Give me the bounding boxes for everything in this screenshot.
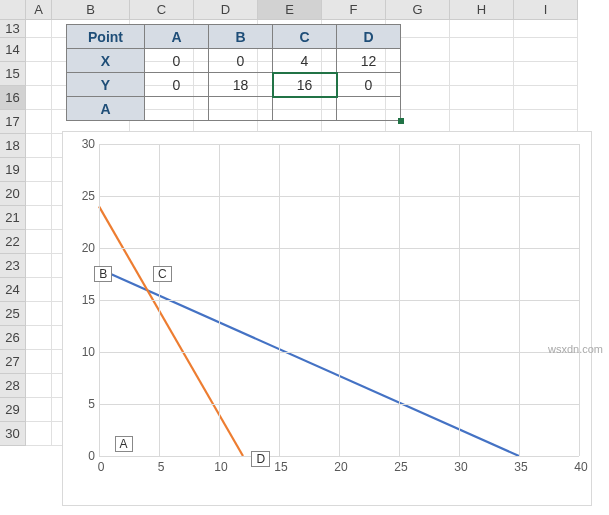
row-header-13[interactable]: 13 [0,20,26,38]
col-header-D[interactable]: D [194,0,258,20]
cell[interactable] [26,134,52,158]
cell[interactable] [26,326,52,350]
column-headers: A B C D E F G H I [0,0,578,20]
table-row-X: X 0 0 4 12 [67,49,401,73]
gridline-v [579,144,580,456]
cell-X-A[interactable]: 0 [145,49,209,73]
y-tick-label: 30 [69,137,95,151]
cell[interactable] [450,86,514,110]
cell[interactable] [450,62,514,86]
table-row-A: A [67,97,401,121]
cell[interactable] [26,110,52,134]
gridline-v [459,144,460,456]
col-header-A[interactable]: A [26,0,52,20]
cell-Y-A[interactable]: 0 [145,73,209,97]
cell[interactable] [26,206,52,230]
select-all-corner[interactable] [0,0,26,20]
chart-series-orange[interactable] [99,206,243,456]
cell-A-C[interactable] [273,97,337,121]
cell[interactable] [26,254,52,278]
cell[interactable] [26,62,52,86]
table-header-point[interactable]: Point [67,25,145,49]
row-header-22[interactable]: 22 [0,230,26,254]
col-header-E[interactable]: E [258,0,322,20]
cell[interactable] [450,20,514,38]
y-tick-label: 5 [69,397,95,411]
cell[interactable] [514,62,578,86]
x-tick-label: 10 [211,460,231,474]
cell[interactable] [26,374,52,398]
cell[interactable] [26,422,52,446]
cell-A-A[interactable] [145,97,209,121]
cell-A-D[interactable] [337,97,401,121]
x-tick-label: 20 [331,460,351,474]
x-tick-label: 35 [511,460,531,474]
cell-Y-C-active[interactable]: 16 [273,73,337,97]
cell[interactable] [26,398,52,422]
row-header-23[interactable]: 23 [0,254,26,278]
table-header-D[interactable]: D [337,25,401,49]
row-label-Y[interactable]: Y [67,73,145,97]
x-tick-label: 15 [271,460,291,474]
cell[interactable] [26,230,52,254]
row-header-18[interactable]: 18 [0,134,26,158]
cell[interactable] [26,158,52,182]
cell[interactable] [26,182,52,206]
cell[interactable] [514,38,578,62]
chart-point-label-A: A [115,436,133,452]
row-header-30[interactable]: 30 [0,422,26,446]
gridline-v [99,144,100,456]
cell[interactable] [26,20,52,38]
row-header-26[interactable]: 26 [0,326,26,350]
cell[interactable] [26,302,52,326]
cell-X-D[interactable]: 12 [337,49,401,73]
row-header-21[interactable]: 21 [0,206,26,230]
row-header-15[interactable]: 15 [0,62,26,86]
row-header-24[interactable]: 24 [0,278,26,302]
row-header-29[interactable]: 29 [0,398,26,422]
row-header-14[interactable]: 14 [0,38,26,62]
cell[interactable] [450,38,514,62]
row-header-28[interactable]: 28 [0,374,26,398]
gridline-v [339,144,340,456]
cell[interactable] [26,86,52,110]
chart-series-blue[interactable] [99,269,519,456]
cell-A-B[interactable] [209,97,273,121]
col-header-C[interactable]: C [130,0,194,20]
x-tick-label: 5 [151,460,171,474]
cell-X-C[interactable]: 4 [273,49,337,73]
x-tick-label: 30 [451,460,471,474]
cell[interactable] [26,350,52,374]
row-header-25[interactable]: 25 [0,302,26,326]
cell[interactable] [26,38,52,62]
gridline-h [99,456,579,457]
row-header-20[interactable]: 20 [0,182,26,206]
row-header-16[interactable]: 16 [0,86,26,110]
cell[interactable] [514,86,578,110]
col-header-I[interactable]: I [514,0,578,20]
gridline-v [219,144,220,456]
cell-Y-D[interactable]: 0 [337,73,401,97]
col-header-H[interactable]: H [450,0,514,20]
col-header-F[interactable]: F [322,0,386,20]
row-header-27[interactable]: 27 [0,350,26,374]
row-label-X[interactable]: X [67,49,145,73]
row-label-A[interactable]: A [67,97,145,121]
spreadsheet-grid: A B C D E F G H I 13 14 15 16 17 18 19 2… [0,0,609,515]
table-header-B[interactable]: B [209,25,273,49]
cell[interactable] [514,20,578,38]
gridline-v [399,144,400,456]
cell-Y-B[interactable]: 18 [209,73,273,97]
cell-X-B[interactable]: 0 [209,49,273,73]
row-header-17[interactable]: 17 [0,110,26,134]
col-header-B[interactable]: B [52,0,130,20]
table-header-row: Point A B C D [67,25,401,49]
row-header-19[interactable]: 19 [0,158,26,182]
gridline-v [159,144,160,456]
table-header-C[interactable]: C [273,25,337,49]
cell[interactable] [26,278,52,302]
chart-object[interactable]: 0510152025300510152025303540ABCD [62,131,592,506]
y-tick-label: 20 [69,241,95,255]
col-header-G[interactable]: G [386,0,450,20]
table-header-A[interactable]: A [145,25,209,49]
